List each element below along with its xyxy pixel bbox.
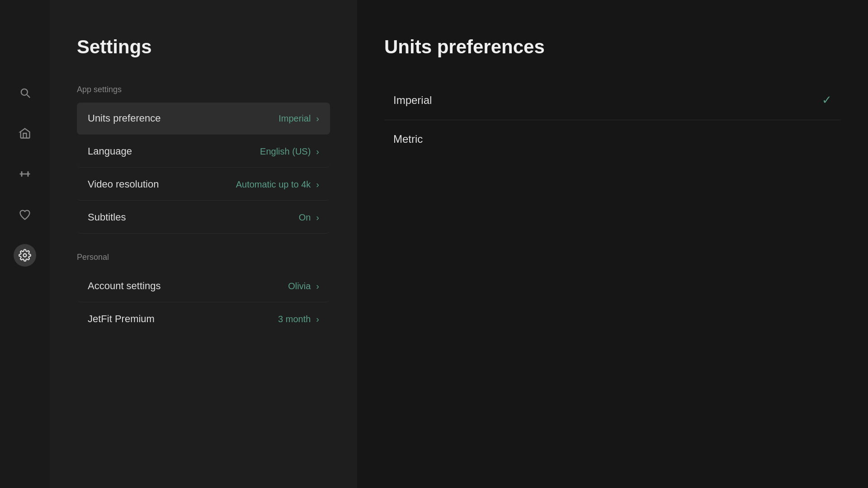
home-icon[interactable] (14, 122, 36, 145)
settings-icon[interactable] (14, 244, 36, 267)
units-preference-chevron: › (316, 113, 319, 124)
subtitles-value-group: On › (299, 212, 319, 223)
language-value: English (US) (260, 146, 311, 157)
search-icon[interactable] (14, 81, 36, 104)
sidebar (0, 0, 50, 488)
units-preference-item[interactable]: Units preference Imperial › (77, 103, 330, 135)
units-preference-label: Units preference (88, 113, 160, 124)
subtitles-item[interactable]: Subtitles On › (77, 202, 330, 234)
jetfit-premium-item[interactable]: JetFit Premium 3 month › (77, 303, 330, 335)
account-settings-value-group: Olivia › (288, 281, 319, 291)
imperial-option[interactable]: Imperial ✓ (384, 80, 841, 120)
subtitles-label: Subtitles (88, 211, 126, 223)
account-settings-chevron: › (316, 281, 319, 291)
video-resolution-item[interactable]: Video resolution Automatic up to 4k › (77, 169, 330, 201)
language-item[interactable]: Language English (US) › (77, 136, 330, 168)
favorites-icon[interactable] (14, 203, 36, 226)
video-resolution-chevron: › (316, 179, 319, 190)
workout-icon[interactable] (14, 163, 36, 185)
units-preference-value-group: Imperial › (278, 113, 319, 124)
units-options-list: Imperial ✓ Metric (384, 80, 841, 158)
right-panel: Units preferences Imperial ✓ Metric (357, 0, 868, 488)
subtitles-chevron: › (316, 212, 319, 223)
jetfit-premium-value: 3 month (278, 314, 311, 324)
svg-point-5 (24, 254, 27, 257)
personal-label: Personal (77, 253, 330, 262)
language-value-group: English (US) › (260, 146, 319, 157)
language-chevron: › (316, 146, 319, 157)
video-resolution-label: Video resolution (88, 178, 159, 190)
jetfit-premium-value-group: 3 month › (278, 314, 319, 324)
settings-list: App settings Units preference Imperial ›… (77, 85, 330, 335)
language-label: Language (88, 145, 132, 157)
page-title: Settings (77, 36, 330, 58)
left-panel: Settings App settings Units preference I… (50, 0, 357, 488)
metric-label: Metric (393, 133, 423, 145)
video-resolution-value: Automatic up to 4k (236, 179, 311, 190)
jetfit-premium-chevron: › (316, 314, 319, 324)
app-settings-label: App settings (77, 85, 330, 94)
imperial-label: Imperial (393, 94, 432, 107)
account-settings-value: Olivia (288, 281, 311, 291)
units-preference-value: Imperial (278, 113, 311, 124)
account-settings-item[interactable]: Account settings Olivia › (77, 270, 330, 302)
video-resolution-value-group: Automatic up to 4k › (236, 179, 319, 190)
jetfit-premium-label: JetFit Premium (88, 313, 155, 325)
subtitles-value: On (299, 212, 311, 223)
metric-option[interactable]: Metric (384, 120, 841, 158)
right-panel-title: Units preferences (384, 36, 841, 58)
account-settings-label: Account settings (88, 280, 160, 292)
imperial-checkmark: ✓ (822, 93, 832, 107)
